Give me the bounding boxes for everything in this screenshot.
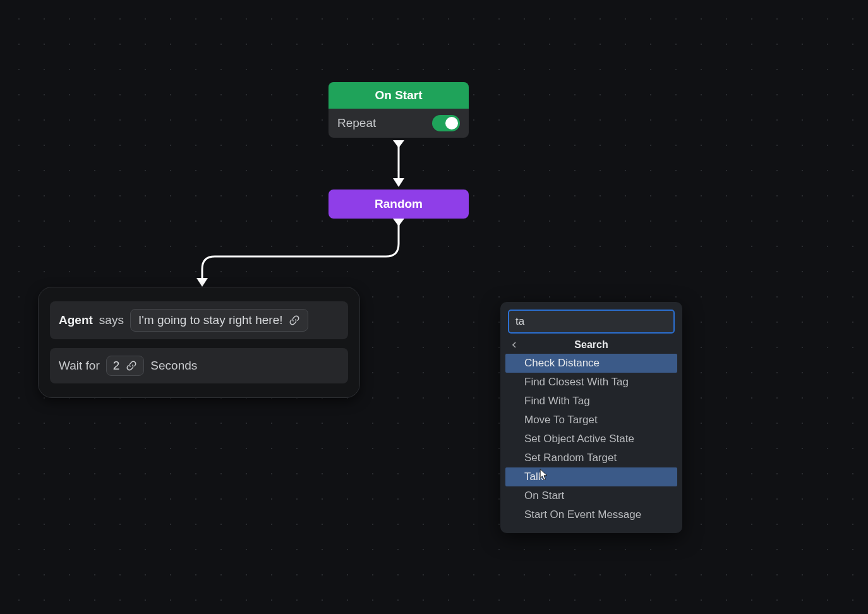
talk-text-value: I'm going to stay right here! xyxy=(138,313,283,327)
arrowhead-icon xyxy=(196,278,208,287)
seconds-label: Seconds xyxy=(150,359,197,373)
wait-label: Wait for xyxy=(59,359,100,373)
node-random[interactable]: Random xyxy=(329,190,469,219)
search-result-item[interactable]: Find Closest With Tag xyxy=(505,373,677,392)
search-result-item[interactable]: Set Object Active State xyxy=(505,430,677,448)
search-results-list: Check DistanceFind Closest With TagFind … xyxy=(505,354,677,524)
node-title: On Start xyxy=(375,88,423,102)
repeat-toggle[interactable] xyxy=(432,115,460,131)
search-result-item[interactable]: Set Random Target xyxy=(505,448,677,467)
arrowhead-icon xyxy=(393,178,404,187)
connector-notch-icon xyxy=(393,219,404,226)
search-result-item[interactable]: Start On Event Message xyxy=(505,505,677,524)
search-result-item[interactable]: Check Distance xyxy=(505,354,677,373)
action-row-talk[interactable]: Agent says I'm going to stay right here! xyxy=(50,301,348,339)
node-row-repeat: Repeat xyxy=(329,109,469,138)
search-result-item[interactable]: Move To Target xyxy=(505,411,677,430)
repeat-label: Repeat xyxy=(337,116,376,130)
node-search-popup[interactable]: Search Check DistanceFind Closest With T… xyxy=(500,302,682,533)
wait-seconds-chip[interactable]: 2 xyxy=(106,356,145,376)
talk-text-chip[interactable]: I'm going to stay right here! xyxy=(130,309,309,332)
action-card[interactable]: Agent says I'm going to stay right here!… xyxy=(38,287,360,398)
node-on-start[interactable]: On Start Repeat xyxy=(329,82,469,138)
action-row-wait[interactable]: Wait for 2 Seconds xyxy=(50,348,348,383)
search-result-item[interactable]: On Start xyxy=(505,486,677,505)
says-label: says xyxy=(99,313,124,327)
popup-header: Search xyxy=(505,337,677,354)
link-icon xyxy=(126,360,137,371)
link-icon xyxy=(289,315,300,326)
node-header-on-start[interactable]: On Start xyxy=(329,82,469,109)
wait-seconds-value: 2 xyxy=(113,359,120,373)
search-input[interactable] xyxy=(508,310,675,334)
agent-label: Agent xyxy=(59,313,93,327)
search-result-item[interactable]: Find With Tag xyxy=(505,392,677,411)
node-title: Random xyxy=(375,197,423,211)
connector-notch-icon xyxy=(393,140,404,148)
popup-title: Search xyxy=(505,339,677,351)
search-result-item[interactable]: Talk xyxy=(505,467,677,486)
